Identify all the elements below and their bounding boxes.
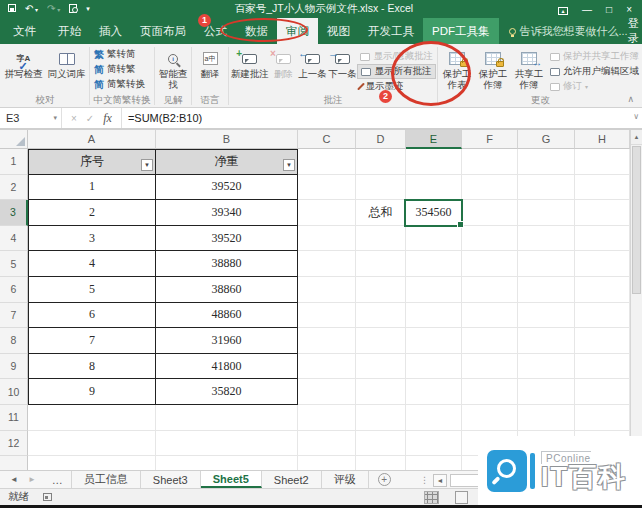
new-comment-button[interactable]: + 新建批注 bbox=[230, 46, 269, 80]
cell-d4[interactable] bbox=[356, 226, 406, 252]
cell-b8[interactable]: 31960 bbox=[156, 328, 298, 354]
cell-e4[interactable] bbox=[406, 226, 462, 252]
cell-h7[interactable] bbox=[575, 303, 630, 329]
cell-e1[interactable] bbox=[406, 149, 462, 175]
cell-b12[interactable] bbox=[156, 431, 298, 457]
cell-d7[interactable] bbox=[356, 303, 406, 329]
sheet-tab-employee-info[interactable]: 员工信息 bbox=[72, 471, 141, 488]
cell-g2[interactable] bbox=[518, 175, 575, 201]
tab-pdf-tools[interactable]: PDF工具集 bbox=[423, 18, 499, 44]
cell-h2[interactable] bbox=[575, 175, 630, 201]
cell-f1[interactable] bbox=[462, 149, 518, 175]
cell-a2[interactable]: 1 bbox=[28, 175, 156, 201]
cell-g3[interactable] bbox=[518, 200, 575, 226]
cell-g5[interactable] bbox=[518, 251, 575, 277]
cell-c5[interactable] bbox=[298, 251, 356, 277]
cell-c6[interactable] bbox=[298, 277, 356, 303]
row-header-9[interactable]: 9 bbox=[0, 354, 28, 380]
sheet-list-dots[interactable]: … bbox=[44, 471, 72, 488]
sheet-tab-sheet3[interactable]: Sheet3 bbox=[141, 471, 201, 488]
formula-input[interactable]: =SUM(B2:B10) bbox=[122, 108, 642, 128]
row-header-1[interactable]: 1 bbox=[0, 149, 28, 175]
column-header-a[interactable]: A bbox=[28, 130, 156, 149]
convert-button[interactable]: 简简繁转换 bbox=[91, 77, 153, 92]
cell-a9[interactable]: 8 bbox=[28, 354, 156, 380]
cell-f8[interactable] bbox=[462, 328, 518, 354]
cell-d3-sum-label[interactable]: 总和 bbox=[356, 200, 406, 226]
cell-f2[interactable] bbox=[462, 175, 518, 201]
scrollbar-grip-icon[interactable]: ⋮ bbox=[420, 475, 430, 485]
cell-d9[interactable] bbox=[356, 354, 406, 380]
cell-d8[interactable] bbox=[356, 328, 406, 354]
sheet-next-icon[interactable]: ► bbox=[28, 475, 36, 484]
cell-g10[interactable] bbox=[518, 379, 575, 405]
column-header-h[interactable]: H bbox=[575, 130, 630, 149]
cell-g9[interactable] bbox=[518, 354, 575, 380]
column-header-e[interactable]: E bbox=[406, 130, 462, 149]
save-icon[interactable] bbox=[8, 4, 16, 14]
cell-d10[interactable] bbox=[356, 379, 406, 405]
cell-e5[interactable] bbox=[406, 251, 462, 277]
cell-g11[interactable] bbox=[518, 405, 575, 431]
cell-a10[interactable]: 9 bbox=[28, 379, 156, 405]
undo-icon[interactable]: ↶ ▾ bbox=[25, 4, 38, 15]
cell-c1[interactable] bbox=[298, 149, 356, 175]
cell-e11[interactable] bbox=[406, 405, 462, 431]
vertical-scrollbar-thumb[interactable] bbox=[632, 146, 641, 294]
column-header-c[interactable]: C bbox=[298, 130, 356, 149]
maximize-button[interactable]: □ bbox=[606, 4, 612, 15]
row-header-3[interactable]: 3 bbox=[0, 200, 28, 226]
cell-d2[interactable] bbox=[356, 175, 406, 201]
cell-e12[interactable] bbox=[406, 431, 462, 457]
cell-a11[interactable] bbox=[28, 405, 156, 431]
print-preview-icon[interactable] bbox=[69, 4, 77, 15]
cell-b10[interactable]: 35820 bbox=[156, 379, 298, 405]
cell-h6[interactable] bbox=[575, 277, 630, 303]
cell-g4[interactable] bbox=[518, 226, 575, 252]
select-all-corner[interactable] bbox=[0, 130, 28, 149]
translate-button[interactable]: a中 翻译 bbox=[193, 46, 227, 80]
cell-b4[interactable]: 39520 bbox=[156, 226, 298, 252]
cell-g1[interactable] bbox=[518, 149, 575, 175]
cell-c7[interactable] bbox=[298, 303, 356, 329]
trad-to-simp-button[interactable]: 繁繁转简 bbox=[91, 47, 153, 62]
filter-icon[interactable]: ▼ bbox=[283, 159, 295, 171]
cell-f10[interactable] bbox=[462, 379, 518, 405]
cell-h10[interactable] bbox=[575, 379, 630, 405]
cell-g6[interactable] bbox=[518, 277, 575, 303]
name-box[interactable]: E3 ▾ bbox=[0, 108, 62, 128]
column-header-f[interactable]: F bbox=[462, 130, 518, 149]
row-header-5[interactable]: 5 bbox=[0, 251, 28, 277]
tab-page-layout[interactable]: 页面布局 bbox=[131, 18, 195, 44]
cell-e10[interactable] bbox=[406, 379, 462, 405]
scroll-up-icon[interactable]: ▲ bbox=[631, 130, 642, 145]
cell-a5[interactable]: 4 bbox=[28, 251, 156, 277]
cell-a3[interactable]: 2 bbox=[28, 200, 156, 226]
chevron-down-icon[interactable]: ▾ bbox=[53, 114, 61, 122]
cell-h1[interactable] bbox=[575, 149, 630, 175]
cell-h11[interactable] bbox=[575, 405, 630, 431]
insert-function-icon[interactable]: fx bbox=[103, 111, 112, 126]
sheet-tab-sheet2[interactable]: Sheet2 bbox=[262, 471, 322, 488]
row-header-4[interactable]: 4 bbox=[0, 226, 28, 252]
cell-h8[interactable] bbox=[575, 328, 630, 354]
page-layout-view-icon[interactable] bbox=[455, 491, 468, 504]
cell-c3[interactable] bbox=[298, 200, 356, 226]
cell-b3[interactable]: 39340 bbox=[156, 200, 298, 226]
row-header-7[interactable]: 7 bbox=[0, 303, 28, 329]
cell-d5[interactable] bbox=[356, 251, 406, 277]
column-header-b[interactable]: B bbox=[156, 130, 298, 149]
cell-b1[interactable]: 净重▼ bbox=[156, 149, 298, 175]
share-workbook-button[interactable]: ↔ 共享工作簿 bbox=[511, 46, 547, 90]
cell-f7[interactable] bbox=[462, 303, 518, 329]
cell-c4[interactable] bbox=[298, 226, 356, 252]
cell-b2[interactable]: 39520 bbox=[156, 175, 298, 201]
cell-c8[interactable] bbox=[298, 328, 356, 354]
cell-e9[interactable] bbox=[406, 354, 462, 380]
expand-formula-bar-icon[interactable]: ∨ bbox=[633, 112, 639, 121]
tab-insert[interactable]: 插入 bbox=[90, 18, 131, 44]
cell-f3[interactable] bbox=[462, 200, 518, 226]
cell-d6[interactable] bbox=[356, 277, 406, 303]
cell-b7[interactable]: 48860 bbox=[156, 303, 298, 329]
normal-view-icon[interactable] bbox=[424, 491, 439, 504]
